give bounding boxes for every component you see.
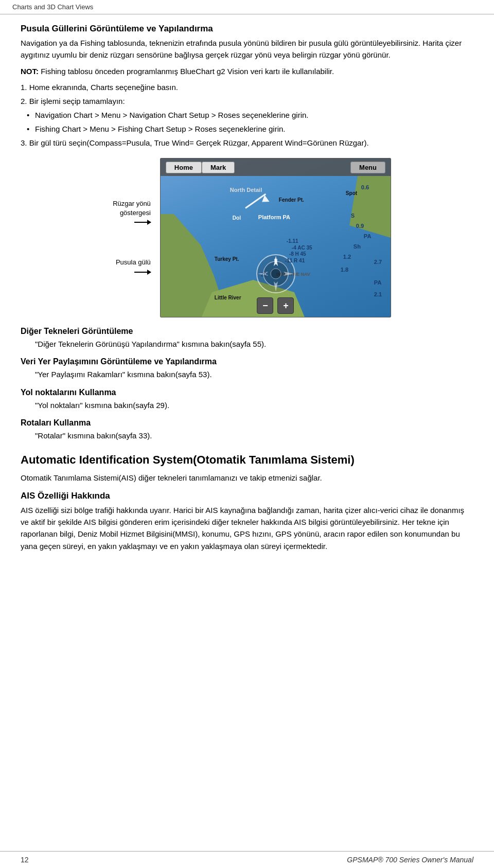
content-area: Pusula Güllerini Görüntüleme ve Yapıland… [0,14,494,851]
chart-map: Home Mark Menu North Detail Fender Pt. S… [160,158,391,317]
map-label-pa1: PA [364,233,371,239]
chart-topbar: Home Mark Menu [161,158,391,176]
footer-bar: 12 GPSMAP® 700 Series Owner's Manual [0,851,494,868]
diger-body: "Diğer Teknelerin Görünüşü Yapılandırma"… [35,338,473,350]
main-section-title: Pusula Güllerini Görüntüleme ve Yapıland… [21,24,473,34]
map-label-detail: North Detail [230,187,262,193]
note-paragraph: NOT: Fishing tablosu önceden programlanm… [21,65,473,77]
compass-arrow [134,272,151,273]
ais-sub-title: AIS Özelliği Hakkında [21,491,473,501]
map-label-spot: Spot [346,190,357,196]
step1: 1. Home ekranında, Charts seçeneğine bas… [21,81,473,93]
home-button[interactable]: Home [166,162,202,173]
map-label-turkey: Turkey Pt. [215,256,239,262]
chart-labels: Rüzgar yönü göstergesi Pusula gülü [103,158,151,317]
bullet2: Fishing Chart > Menu > Fishing Chart Set… [35,123,473,135]
bullet1: Navigation Chart > Menu > Navigation Cha… [35,109,473,121]
svg-text:N: N [274,258,278,263]
zoom-in-button[interactable]: + [277,297,294,314]
depth-4: -11 R 41 [285,258,305,263]
yol-title: Yol noktalarını Kullanma [21,388,473,397]
yol-body: "Yol noktaları" kısmına bakın(sayfa 29). [35,399,473,411]
diger-title: Diğer Tekneleri Görüntüleme [21,327,473,336]
step3: 3. Bir gül türü seçin(Compass=Pusula, Tr… [21,137,473,149]
wind-arrow [134,222,151,223]
map-label-27: 2.7 [374,259,382,265]
ais-sub-body: AIS özelliği sizi bölge trafiği hakkında… [21,504,473,552]
mark-button[interactable]: Mark [202,162,235,173]
veri-title: Veri Yer Paylaşımını Görüntüleme ve Yapı… [21,357,473,366]
footer-page-number: 12 [21,856,29,864]
map-label-fender: Fender Pt. [279,197,304,203]
ais-big-body: Otomatik Tanımlama Sistemi(AIS) diğer te… [21,472,473,484]
chart-container: Rüzgar yönü göstergesi Pusula gülü Home … [103,158,391,317]
map-label-dol: Dol [233,215,241,221]
page-wrapper: Charts and 3D Chart Views Pusula Gülleri… [0,0,494,868]
map-label-18: 1.8 [341,267,348,273]
depth-3: -8 H 45 [289,251,306,257]
note-body: Fishing tablosu önceden programlanmış Bl… [41,67,334,76]
rotalar-body: "Rotalar" kısmına bakın(sayfa 33). [35,430,473,441]
map-label-21: 2.1 [374,291,382,297]
map-label-sh: Sh [354,243,361,250]
label-compass-rose: Pusula gülü [103,258,151,276]
depth-20: 20 [261,272,267,277]
map-label-pa2: PA [374,279,381,286]
header-text: Charts and 3D Chart Views [12,3,93,11]
depth-2: -4 AC 35 [292,245,312,251]
intro-text: Navigation ya da Fishing tablosunda, tek… [21,37,473,61]
header-bar: Charts and 3D Chart Views [0,0,494,14]
footer-product: GPSMAP® 700 Series Owner's Manual [347,856,473,864]
map-label-littleriver: Little River [215,295,241,300]
zoom-out-button[interactable]: − [257,297,273,314]
svg-point-2 [271,269,281,279]
map-label-s1: S [351,212,355,219]
map-label-platform: Platform PA [258,214,290,220]
label-wind-direction: Rüzgar yönü göstergesi [103,199,151,227]
map-label-09: 0.9 [356,223,364,229]
note-label: NOT: [21,67,39,76]
depth-1: -1.11 [287,238,298,244]
ais-big-title: Automatic Identification System(Otomatik… [21,453,473,468]
map-label-12: 1.2 [343,254,351,260]
map-label-num1: 0.6 [361,184,369,190]
veri-body: "Yer Paylaşımı Rakamları" kısmına bakın(… [35,368,473,380]
step2: 2. Bir işlemi seçip tamamlayın: [21,95,473,107]
rotalar-title: Rotaları Kullanma [21,418,473,428]
chart-bottom-controls: − + [257,297,294,314]
menu-button[interactable]: Menu [350,162,385,173]
